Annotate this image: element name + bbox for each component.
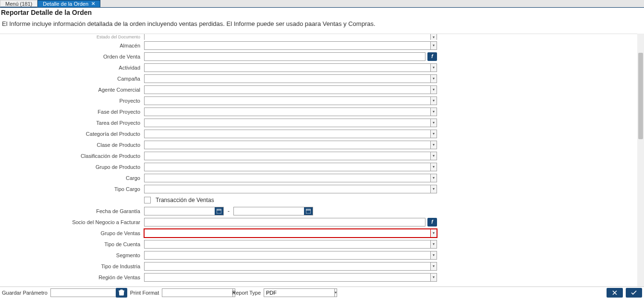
tab-label: Menú (181) (5, 1, 32, 7)
input-almacen[interactable] (144, 41, 431, 50)
chevron-down-icon[interactable]: ▾ (430, 163, 437, 171)
input-clasificacion-producto[interactable] (144, 152, 431, 160)
label-cargo: Cargo (0, 175, 144, 181)
chevron-down-icon[interactable]: ▾ (430, 251, 437, 260)
chevron-down-icon[interactable]: ▾ (430, 262, 437, 271)
chevron-down-icon[interactable]: ▾ (430, 41, 437, 50)
label-tipo-cuenta: Tipo de Cuenta (0, 241, 144, 247)
chevron-down-icon[interactable]: ▾ (430, 119, 437, 127)
form-scroll-area: Estado del Documento ▾ Almacén ▾ Orden d… (0, 34, 644, 286)
label-agente-comercial: Agente Comercial (0, 87, 144, 93)
ok-button[interactable] (626, 288, 642, 298)
input-guardar-parametro[interactable] (50, 288, 122, 297)
input-tipo-cargo[interactable] (144, 185, 431, 193)
close-icon[interactable]: ✕ (91, 1, 95, 6)
svg-rect-2 (306, 209, 311, 214)
cancel-button[interactable] (607, 288, 623, 298)
chevron-down-icon[interactable]: ▾ (430, 240, 437, 249)
tab-menu[interactable]: Menú (181) (0, 0, 37, 7)
chevron-down-icon[interactable]: ▾ (430, 34, 437, 40)
input-actividad[interactable] (144, 63, 431, 72)
calendar-icon[interactable] (304, 207, 313, 215)
input-agente-comercial[interactable] (144, 85, 431, 94)
date-separator: - (226, 208, 231, 215)
label-orden-venta: Orden de Venta (0, 54, 144, 60)
label-report-type: Report Type (232, 290, 261, 296)
trash-icon (119, 289, 124, 296)
label-socio-facturar: Socio del Negocio a Facturar (0, 219, 144, 225)
label-region-ventas: Región de Ventas (0, 274, 144, 280)
form-content: Estado del Documento ▾ Almacén ▾ Orden d… (0, 34, 637, 286)
label-transaccion-ventas: Transacción de Ventas (156, 197, 214, 203)
input-campana[interactable] (144, 74, 431, 83)
label-grupo-ventas: Grupo de Ventas (0, 230, 144, 236)
date-from[interactable] (145, 207, 215, 215)
input-estado-documento[interactable] (144, 34, 431, 40)
label-grupo-producto: Grupo de Producto (0, 164, 144, 170)
label-tarea-proyecto: Tarea del Proyecto (0, 120, 144, 126)
label-tipo-industria: Tipo de Industria (0, 263, 144, 269)
label-estado-documento: Estado del Documento (0, 35, 144, 39)
chevron-down-icon[interactable]: ▾ (430, 229, 437, 238)
label-clasificacion-producto: Clasificación de Producto (0, 153, 144, 159)
input-report-type[interactable] (264, 288, 335, 297)
input-clase-producto[interactable] (144, 141, 431, 149)
label-segmento: Segmento (0, 252, 144, 258)
input-grupo-ventas[interactable] (144, 229, 431, 238)
x-icon (612, 290, 618, 296)
svg-rect-0 (217, 209, 221, 214)
input-region-ventas[interactable] (144, 273, 431, 282)
input-tipo-cuenta[interactable] (144, 240, 431, 249)
chevron-down-icon[interactable]: ▾ (430, 74, 437, 83)
chevron-down-icon[interactable]: ▾ (430, 63, 437, 72)
lookup-button[interactable]: f (427, 52, 437, 61)
checkbox-transaccion-ventas[interactable] (144, 197, 151, 203)
input-segmento[interactable] (144, 251, 431, 260)
label-proyecto: Proyecto (0, 98, 144, 104)
label-categoria-producto: Categoría del Producto (0, 131, 144, 137)
label-actividad: Actividad (0, 65, 144, 71)
input-socio-facturar[interactable] (144, 218, 425, 226)
vertical-scrollbar[interactable] (637, 34, 644, 286)
delete-button[interactable] (116, 288, 127, 298)
date-to[interactable] (234, 207, 304, 215)
calendar-icon[interactable] (215, 207, 223, 215)
footer-bar: Guardar Parámetro ▾ Print Format ▾ Repor… (0, 286, 644, 298)
input-orden-venta[interactable] (144, 52, 425, 61)
input-categoria-producto[interactable] (144, 130, 431, 138)
label-clase-producto: Clase de Producto (0, 142, 144, 148)
label-tipo-cargo: Tipo Cargo (0, 186, 144, 192)
chevron-down-icon[interactable]: ▾ (430, 85, 437, 94)
chevron-down-icon[interactable]: ▾ (430, 273, 437, 282)
label-guardar-parametro: Guardar Parámetro (2, 290, 48, 296)
chevron-down-icon[interactable]: ▾ (430, 96, 437, 105)
scrollbar-thumb[interactable] (638, 53, 643, 139)
input-fase-proyecto[interactable] (144, 107, 431, 116)
chevron-down-icon[interactable]: ▾ (430, 141, 437, 149)
chevron-down-icon[interactable]: ▾ (430, 174, 437, 182)
label-almacen: Almacén (0, 43, 144, 48)
label-fase-proyecto: Fase del Proyecto (0, 109, 144, 115)
page-subtitle: El Informe incluye información detallada… (1, 16, 643, 33)
label-fecha-garantia: Fecha de Garantía (0, 208, 144, 214)
input-print-format[interactable] (162, 288, 233, 297)
tab-bar: Menú (181) Detalle de la Orden ✕ (0, 0, 644, 8)
label-campana: Campaña (0, 76, 144, 82)
chevron-down-icon[interactable]: ▾ (430, 107, 437, 116)
input-tipo-industria[interactable] (144, 262, 431, 271)
input-tarea-proyecto[interactable] (144, 119, 431, 127)
lookup-button[interactable]: f (427, 218, 437, 226)
chevron-down-icon[interactable]: ▾ (430, 152, 437, 160)
tab-label: Detalle de la Orden (43, 1, 88, 7)
page-header: Reportar Detalle de la Orden El Informe … (0, 8, 644, 34)
page-title: Reportar Detalle de la Orden (1, 9, 643, 16)
check-icon (631, 290, 637, 296)
label-print-format: Print Format (130, 290, 159, 296)
input-cargo[interactable] (144, 174, 431, 182)
input-grupo-producto[interactable] (144, 163, 431, 171)
chevron-down-icon[interactable]: ▾ (430, 130, 437, 138)
input-proyecto[interactable] (144, 96, 431, 105)
chevron-down-icon[interactable]: ▾ (430, 185, 437, 193)
tab-detalle-orden[interactable]: Detalle de la Orden ✕ (37, 0, 100, 7)
chevron-down-icon[interactable]: ▾ (334, 288, 337, 297)
